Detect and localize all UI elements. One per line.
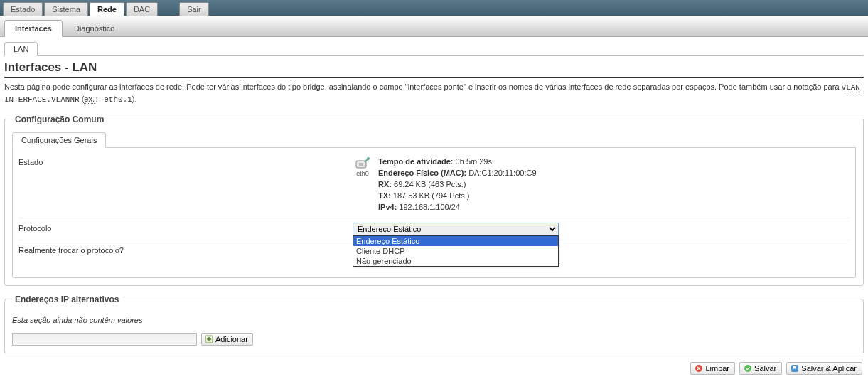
row-estado: Estado eth0 Tempo de atividade: 0h 5m 29… <box>18 152 850 218</box>
rx-val: 69.24 KB (463 Pcts.) <box>392 180 466 188</box>
topnav-dac[interactable]: DAC <box>126 2 158 16</box>
alt-ips-empty-text: Esta seção ainda não contêm valores <box>12 316 856 324</box>
rx-key: RX: <box>378 180 392 188</box>
svg-point-5 <box>744 365 751 372</box>
legend-alt-ips: Endereços IP alternativos <box>12 294 122 304</box>
subnav-interfaces[interactable]: Interfaces <box>4 20 63 37</box>
mac-val: DA:C1:20:11:00:C9 <box>466 169 536 177</box>
apply-icon <box>791 364 799 373</box>
sub-nav: Interfaces Diagnóstico <box>0 16 868 37</box>
desc-ex-abbr: ex. <box>84 95 95 104</box>
legend-common: Configuração Comum <box>12 114 107 124</box>
protocolo-option-dhcp[interactable]: Cliente DHCP <box>353 246 558 256</box>
protocolo-select[interactable]: Endereço Estático <box>353 223 559 235</box>
desc-paren-close: ). <box>132 95 137 103</box>
ethernet-icon <box>355 156 370 169</box>
value-estado: eth0 Tempo de atividade: 0h 5m 29s Ender… <box>353 156 537 213</box>
topnav-rede[interactable]: Rede <box>90 2 124 16</box>
ipv4-val: 192.168.1.100/24 <box>397 203 460 211</box>
cancel-icon <box>695 364 703 373</box>
iface-tab-lan[interactable]: LAN <box>4 42 38 56</box>
fieldset-alt-ips: Endereços IP alternativos Esta seção ain… <box>4 294 864 353</box>
desc-vlan: VLAN <box>842 83 860 92</box>
svg-rect-1 <box>359 163 363 166</box>
desc-ex-val: : eth0.1 <box>95 95 132 104</box>
topnav-sair[interactable]: Sair <box>179 2 209 16</box>
uptime-key: Tempo de atividade: <box>378 157 454 166</box>
add-button[interactable]: Adicionar <box>201 333 253 346</box>
reset-button-label: Limpar <box>705 364 729 373</box>
desc-vlannr: INTERFACE.VLANNR <box>4 95 80 104</box>
subnav-diagnostico[interactable]: Diagnóstico <box>64 21 124 36</box>
protocolo-option-static[interactable]: Endereço Estático <box>353 236 558 246</box>
alt-ip-input[interactable] <box>12 333 197 346</box>
page-description: Nesta página pode configurar as interfac… <box>4 82 864 106</box>
add-icon <box>205 335 213 343</box>
check-icon <box>744 364 752 373</box>
topnav-estado[interactable]: Estado <box>3 2 43 16</box>
iface-tabs: LAN <box>4 41 864 56</box>
fieldset-common-config: Configuração Comum Configurações Gerais … <box>4 114 864 286</box>
save-button-label: Salvar <box>754 364 776 373</box>
config-panel: Estado eth0 Tempo de atividade: 0h 5m 29… <box>12 148 856 278</box>
save-apply-button[interactable]: Salvar & Aplicar <box>786 362 862 375</box>
inner-tabs-row: Configurações Gerais <box>12 132 856 148</box>
value-protocolo: Endereço Estático Endereço Estático Clie… <box>353 223 559 235</box>
topnav-sistema[interactable]: Sistema <box>44 2 88 16</box>
protocolo-dropdown: Endereço Estático Cliente DHCP Não geren… <box>353 235 559 267</box>
row-protocolo: Protocolo Endereço Estático Endereço Est… <box>18 218 850 240</box>
tx-val: 187.53 KB (794 Pcts.) <box>391 191 470 200</box>
tab-configuracoes-gerais[interactable]: Configurações Gerais <box>12 132 106 148</box>
iface-icon-block: eth0 <box>353 156 373 177</box>
iface-info: Tempo de atividade: 0h 5m 29s Endereço F… <box>378 156 537 213</box>
label-protocolo: Protocolo <box>18 223 353 233</box>
iface-name: eth0 <box>353 170 373 177</box>
uptime-val: 0h 5m 29s <box>454 157 492 166</box>
save-button[interactable]: Salvar <box>739 362 782 375</box>
tx-key: TX: <box>378 191 391 200</box>
alt-ip-add-row: Adicionar <box>12 333 856 346</box>
top-nav: Estado Sistema Rede DAC Sair <box>0 0 868 16</box>
ipv4-key: IPv4: <box>378 203 397 211</box>
reset-button[interactable]: Limpar <box>690 362 735 375</box>
svg-point-2 <box>367 157 370 160</box>
label-switch-protocol: Realmente trocar o protocolo? <box>18 245 353 255</box>
mac-key: Endereço Físico (MAC): <box>378 169 466 177</box>
action-row: Limpar Salvar Salvar & Aplicar <box>4 362 864 375</box>
add-button-label: Adicionar <box>215 335 248 343</box>
desc-text: Nesta página pode configurar as interfac… <box>4 82 842 91</box>
protocolo-option-unmanaged[interactable]: Não gerenciado <box>353 256 558 266</box>
label-estado: Estado <box>18 156 353 166</box>
save-apply-button-label: Salvar & Aplicar <box>801 364 857 373</box>
page-title: Interfaces - LAN <box>4 60 864 78</box>
